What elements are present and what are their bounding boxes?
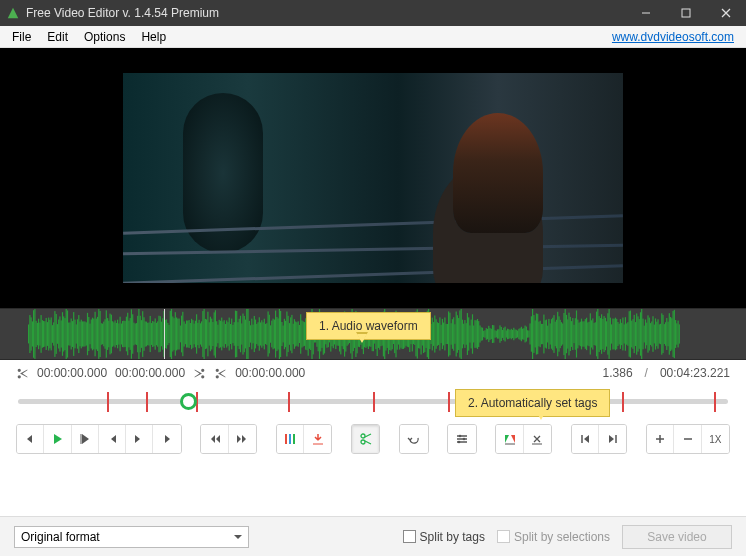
svg-rect-485 [634,315,635,353]
skip-forward-button[interactable] [229,425,256,453]
timeline-tag-marker[interactable] [714,392,716,412]
menu-options[interactable]: Options [76,28,133,46]
svg-rect-0 [682,9,690,17]
timeline-tag-marker[interactable] [107,392,109,412]
svg-rect-509 [664,324,665,344]
callout-auto-tags: 2. Automatically set tags [455,389,610,417]
svg-rect-324 [432,318,433,351]
step-back-button[interactable] [17,425,44,453]
menu-edit[interactable]: Edit [39,28,76,46]
svg-rect-426 [560,320,561,348]
svg-rect-158 [224,320,225,348]
svg-rect-161 [227,322,228,346]
svg-rect-356 [472,314,473,353]
svg-rect-421 [553,315,554,353]
svg-rect-33 [67,310,68,357]
goto-start-button[interactable] [572,425,599,453]
timeline-tag-marker[interactable] [146,392,148,412]
download-marker-button[interactable] [304,425,331,453]
svg-rect-368 [487,329,488,339]
svg-rect-507 [661,313,662,354]
svg-rect-475 [621,323,622,345]
svg-rect-517 [674,310,675,358]
svg-rect-332 [442,319,443,349]
menu-help[interactable]: Help [133,28,174,46]
svg-rect-382 [505,327,506,342]
svg-rect-140 [201,321,202,346]
cut-button[interactable] [352,425,379,453]
svg-rect-457 [599,316,600,352]
svg-rect-430 [565,309,566,359]
svg-rect-192 [266,323,267,345]
close-button[interactable] [706,0,746,26]
play-selection-button[interactable] [72,425,99,453]
timeline-tag-marker[interactable] [448,392,450,412]
video-frame[interactable] [123,73,623,283]
svg-rect-139 [200,323,201,344]
split-by-tags-checkbox[interactable]: Split by tags [403,530,485,544]
svg-rect-124 [181,316,182,353]
svg-rect-444 [582,321,583,346]
svg-rect-174 [244,316,245,352]
svg-rect-333 [443,323,444,346]
svg-rect-171 [240,316,241,353]
slider-thumb[interactable] [180,393,197,410]
settings-sliders-button[interactable] [448,425,475,453]
playhead-time-left: 00:00:00.000 [115,366,185,380]
website-link[interactable]: www.dvdvideosoft.com [612,30,734,44]
svg-rect-10 [38,319,39,349]
svg-rect-520 [678,321,679,348]
maximize-button[interactable] [666,0,706,26]
svg-rect-443 [581,319,582,350]
svg-rect-37 [72,321,73,347]
svg-rect-104 [156,323,157,345]
play-button[interactable] [44,425,71,453]
svg-rect-187 [260,322,261,345]
columns-icon-button[interactable] [277,425,304,453]
step-forward-button[interactable] [153,425,180,453]
timeline-tag-marker[interactable] [373,392,375,412]
svg-rect-439 [576,310,577,357]
timeline-slider[interactable] [0,386,746,416]
svg-rect-19 [49,320,50,349]
skip-back-button[interactable] [201,425,228,453]
svg-rect-432 [567,319,568,348]
svg-rect-190 [264,319,265,350]
svg-rect-83 [130,318,131,350]
svg-rect-449 [589,322,590,346]
svg-rect-519 [676,323,677,344]
svg-rect-196 [271,321,272,348]
svg-rect-94 [143,317,144,351]
svg-rect-406 [535,320,536,347]
minimize-button[interactable] [626,0,666,26]
next-frame-button[interactable] [126,425,153,453]
goto-end-button[interactable] [599,425,626,453]
menu-file[interactable]: File [4,28,39,46]
svg-rect-415 [546,320,547,349]
clear-selection-button[interactable] [524,425,551,453]
svg-rect-137 [197,323,198,345]
svg-rect-471 [616,319,617,349]
svg-rect-503 [656,322,657,347]
timeline-tag-marker[interactable] [622,392,624,412]
svg-rect-437 [573,325,574,343]
zoom-out-button[interactable] [674,425,701,453]
svg-rect-167 [235,311,236,358]
timeline-tag-marker[interactable] [288,392,290,412]
prev-frame-button[interactable] [99,425,126,453]
zoom-in-button[interactable] [647,425,674,453]
svg-rect-200 [276,317,277,351]
svg-rect-46 [83,321,84,346]
zoom-level-button[interactable]: 1X [702,425,729,453]
svg-rect-182 [254,316,255,352]
svg-rect-216 [296,322,297,345]
invert-selection-button[interactable] [496,425,523,453]
output-format-select[interactable]: Original format [14,526,249,548]
svg-rect-198 [274,320,275,349]
svg-rect-212 [291,315,292,353]
waveform-playhead[interactable] [164,309,165,359]
svg-rect-352 [467,313,468,355]
svg-rect-428 [562,324,563,345]
svg-rect-48 [86,322,87,345]
rotate-button[interactable] [400,425,427,453]
